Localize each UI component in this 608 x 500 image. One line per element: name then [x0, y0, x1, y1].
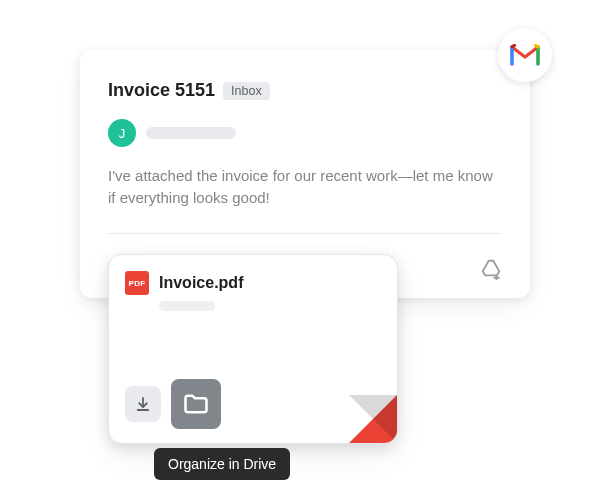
tooltip: Organize in Drive	[154, 448, 290, 480]
divider	[108, 233, 502, 234]
page-fold-icon	[349, 395, 397, 443]
gmail-icon	[498, 28, 552, 82]
sender-name-placeholder	[146, 127, 236, 139]
attachment-actions	[125, 379, 221, 429]
pdf-icon: PDF	[125, 271, 149, 295]
add-to-drive-icon[interactable]	[480, 258, 502, 284]
email-body: I've attached the invoice for our recent…	[108, 165, 502, 209]
download-button[interactable]	[125, 386, 161, 422]
email-subject: Invoice 5151	[108, 80, 215, 101]
attachment-subtitle-placeholder	[159, 301, 215, 311]
folder-icon	[182, 390, 210, 418]
subject-row: Invoice 5151 Inbox	[108, 80, 502, 101]
sender-row: J	[108, 119, 502, 147]
avatar[interactable]: J	[108, 119, 136, 147]
organize-in-drive-button[interactable]	[171, 379, 221, 429]
attachment-filename: Invoice.pdf	[159, 274, 243, 292]
attachment-header: PDF Invoice.pdf	[109, 255, 397, 301]
attachment-card[interactable]: PDF Invoice.pdf	[108, 254, 398, 444]
download-icon	[134, 395, 152, 413]
inbox-label[interactable]: Inbox	[223, 82, 270, 100]
